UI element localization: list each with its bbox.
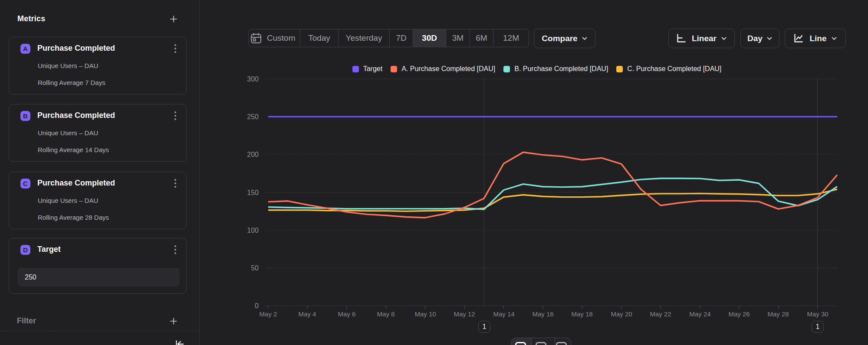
svg-text:May 12: May 12 (454, 310, 475, 318)
svg-text:May 6: May 6 (338, 310, 356, 318)
svg-text:May 16: May 16 (532, 310, 553, 318)
svg-text:May 14: May 14 (493, 310, 514, 318)
svg-text:50: 50 (251, 264, 259, 272)
svg-text:May 28: May 28 (767, 310, 789, 318)
svg-text:May 8: May 8 (377, 310, 395, 318)
svg-text:May 2: May 2 (260, 310, 277, 318)
svg-text:May 20: May 20 (611, 310, 632, 318)
svg-text:250: 250 (247, 113, 259, 120)
svg-text:150: 150 (247, 189, 259, 196)
svg-text:100: 100 (247, 227, 259, 234)
svg-text:May 18: May 18 (571, 310, 592, 318)
svg-text:May 24: May 24 (689, 310, 710, 318)
svg-text:May 26: May 26 (728, 310, 750, 318)
svg-text:May 10: May 10 (414, 310, 436, 318)
svg-text:May 4: May 4 (299, 310, 316, 318)
svg-text:200: 200 (247, 151, 259, 158)
svg-text:May 30: May 30 (807, 310, 828, 318)
svg-text:300: 300 (247, 75, 259, 83)
svg-text:0: 0 (255, 302, 259, 309)
svg-text:May 22: May 22 (650, 310, 671, 318)
